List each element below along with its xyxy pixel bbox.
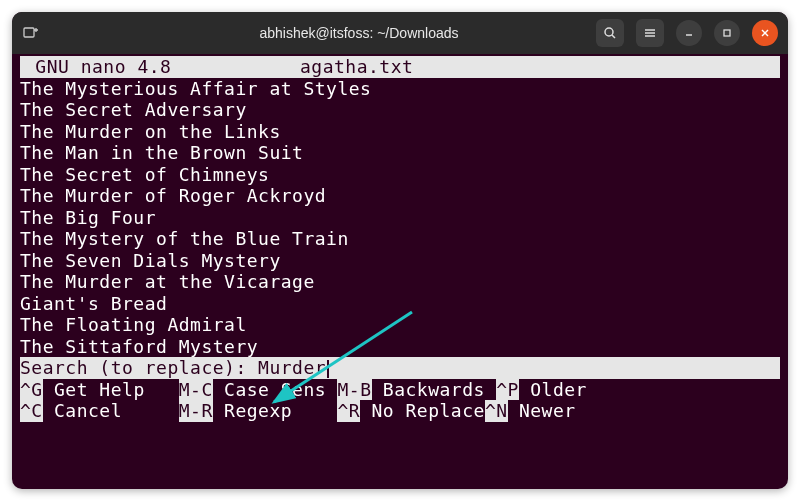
shortcut-key: M-C <box>179 379 213 401</box>
search-button[interactable] <box>596 19 624 47</box>
text-cursor <box>327 360 329 378</box>
shortcut-key: M-R <box>179 400 213 422</box>
minimize-button[interactable] <box>676 20 702 46</box>
shortcut-desc: Regexp <box>213 400 326 422</box>
search-prompt-label: Search (to replace): <box>20 357 258 378</box>
shortcut-key: ^G <box>20 379 43 401</box>
shortcut-desc: Cancel <box>43 400 156 422</box>
editor-line: The Murder on the Links <box>20 121 780 143</box>
editor-line: The Murder of Roger Ackroyd <box>20 185 780 207</box>
editor-line: The Mystery of the Blue Train <box>20 228 780 250</box>
shortcut-key: ^C <box>20 400 43 422</box>
window-titlebar: abhishek@itsfoss: ~/Downloads <box>12 12 788 54</box>
terminal-window: abhishek@itsfoss: ~/Downloads GNU nano 4… <box>12 12 788 489</box>
editor-line: The Secret of Chimneys <box>20 164 780 186</box>
svg-point-3 <box>605 28 613 36</box>
shortcut-row: ^G Get Help M-C Case Sens M-B Backwards … <box>20 379 780 401</box>
editor-line: The Secret Adversary <box>20 99 780 121</box>
shortcut-desc: Get Help <box>43 379 156 401</box>
maximize-button[interactable] <box>714 20 740 46</box>
shortcut-help: ^G Get Help M-C Case Sens M-B Backwards … <box>20 379 780 422</box>
shortcut-desc: No Replace <box>360 400 485 422</box>
editor-line: The Murder at the Vicarage <box>20 271 780 293</box>
svg-line-4 <box>612 35 615 38</box>
shortcut-key: ^P <box>496 379 519 401</box>
nano-filename: agatha.txt <box>300 56 413 78</box>
terminal-content[interactable]: GNU nano 4.8 agatha.txt The Mysterious A… <box>12 54 788 422</box>
window-title: abhishek@itsfoss: ~/Downloads <box>122 25 596 41</box>
search-prompt-line[interactable]: Search (to replace): Murder <box>20 357 780 379</box>
editor-line: The Big Four <box>20 207 780 229</box>
editor-line: The Mysterious Affair at Styles <box>20 78 780 100</box>
new-tab-button[interactable] <box>22 24 40 42</box>
shortcut-key: ^N <box>485 400 508 422</box>
editor-line: The Sittaford Mystery <box>20 336 780 358</box>
menu-button[interactable] <box>636 19 664 47</box>
nano-app-name: GNU nano 4.8 <box>35 56 171 77</box>
editor-line: Giant's Bread <box>20 293 780 315</box>
shortcut-desc: Case Sens <box>213 379 326 401</box>
svg-rect-0 <box>24 28 34 37</box>
nano-header: GNU nano 4.8 agatha.txt <box>20 56 780 78</box>
svg-rect-9 <box>724 30 730 36</box>
editor-line: The Seven Dials Mystery <box>20 250 780 272</box>
shortcut-row: ^C Cancel M-R Regexp ^R No Replace^N New… <box>20 400 780 422</box>
shortcut-desc: Newer <box>508 400 576 422</box>
editor-line: The Man in the Brown Suit <box>20 142 780 164</box>
close-button[interactable] <box>752 20 778 46</box>
shortcut-desc: Older <box>519 379 587 401</box>
shortcut-key: M-B <box>337 379 371 401</box>
editor-line: The Floating Admiral <box>20 314 780 336</box>
shortcut-key: ^R <box>337 400 360 422</box>
search-input-value: Murder <box>258 357 326 378</box>
shortcut-desc: Backwards <box>372 379 485 401</box>
